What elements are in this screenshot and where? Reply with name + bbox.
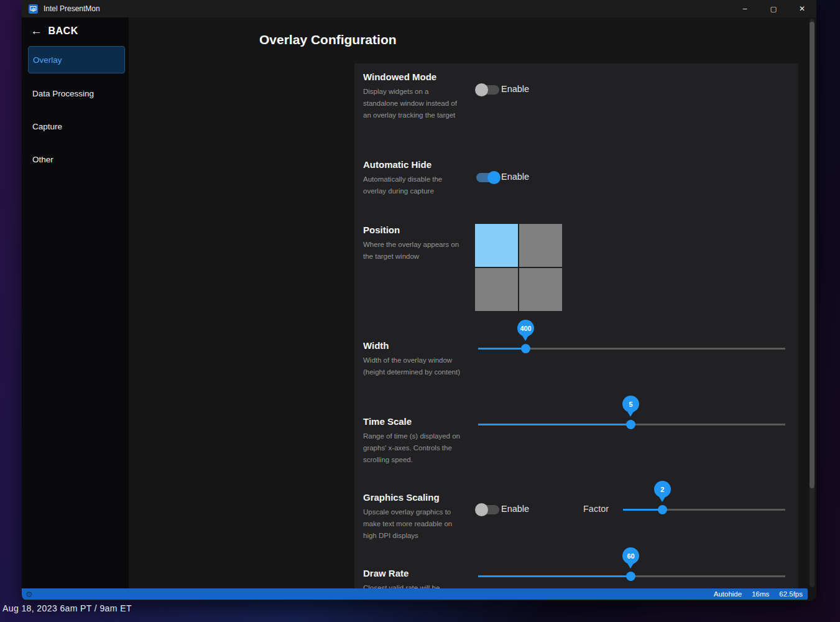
settings-card: Windowed Mode Display widgets on a stand… [354,63,798,588]
width-slider-thumb[interactable] [521,344,530,353]
page-title: Overlay Configuration [259,32,397,47]
sidebar-item-other[interactable]: Other [28,146,125,173]
windowed-mode-title: Windowed Mode [363,72,436,82]
maximize-button[interactable]: ▢ [759,0,788,17]
time-scale-value: 5 [622,396,639,412]
automatic-hide-title: Automatic Hide [363,159,432,170]
sidebar-item-capture[interactable]: Capture [28,113,125,140]
frame-time-value: 16ms [752,590,769,598]
graphics-scaling-description: Upscale overlay graphics to make text mo… [363,506,461,542]
width-description: Width of the overlay window (height dete… [363,355,461,378]
draw-rate-title: Draw Rate [363,568,408,578]
time-scale-slider[interactable]: 5 [478,420,785,429]
graphics-scaling-toggle-label: Enable [501,504,529,514]
scrollbar-thumb[interactable] [810,22,815,488]
time-scale-description: Range of time (s) displayed on graphs' x… [363,430,461,466]
position-cell-bottom-left[interactable] [475,268,518,311]
slider-fill [478,348,525,350]
back-arrow-icon: ← [30,25,43,37]
back-label: BACK [48,26,78,37]
toggle-knob [487,171,501,184]
draw-rate-value: 60 [622,547,639,564]
sidebar: ← BACK Overlay Data Processing Capture O… [22,17,129,588]
windowed-mode-description: Display widgets on a standalone window i… [363,86,461,121]
slider-fill [478,424,630,426]
draw-rate-slider-thumb[interactable] [626,572,635,581]
width-slider[interactable]: 400 [478,344,785,353]
slider-fill [623,509,662,511]
factor-value: 2 [654,481,671,498]
position-title: Position [363,225,400,235]
autohide-status: Autohide [714,590,742,598]
position-cell-bottom-right[interactable] [519,268,562,311]
draw-rate-description: Closest valid rate will be [363,582,461,588]
position-cell-top-right[interactable] [519,224,562,267]
back-button[interactable]: ← BACK [30,25,78,37]
scrollbar[interactable] [810,19,815,587]
graphics-scaling-title: Graphics Scaling [363,492,440,503]
fps-value: 62.5fps [779,590,803,598]
position-description: Where the overlay appears on the target … [363,239,461,262]
position-grid [475,224,562,311]
graphics-scaling-toggle[interactable] [476,505,499,514]
gear-icon[interactable]: ⚙ [25,590,33,598]
app-window: Intel PresentMon – ▢ ✕ ← BACK Overlay Da… [22,0,816,601]
app-icon [29,4,38,14]
slider-fill [478,575,630,578]
titlebar: Intel PresentMon – ▢ ✕ [22,0,816,17]
time-scale-title: Time Scale [363,416,412,427]
sidebar-item-overlay[interactable]: Overlay [28,46,125,73]
sidebar-item-data-processing[interactable]: Data Processing [28,80,125,107]
factor-slider-thumb[interactable] [658,505,667,514]
automatic-hide-toggle-label: Enable [501,172,529,182]
main-content: Overlay Configuration Windowed Mode Disp… [129,17,816,601]
window-title: Intel PresentMon [44,4,100,13]
automatic-hide-toggle[interactable] [476,173,499,182]
width-value: 400 [517,320,534,337]
width-title: Width [363,340,389,351]
factor-label: Factor [583,504,609,514]
toggle-knob [475,503,488,516]
draw-rate-slider[interactable]: 60 [478,572,785,580]
toggle-knob [475,83,488,96]
factor-slider[interactable]: 2 [623,505,785,514]
desktop-clock: Aug 18, 2023 6am PT / 9am ET [2,603,132,613]
minimize-button[interactable]: – [731,0,759,17]
close-button[interactable]: ✕ [788,0,816,17]
time-scale-slider-thumb[interactable] [626,420,635,429]
position-cell-top-left[interactable] [475,224,518,267]
windowed-mode-toggle[interactable] [476,85,499,95]
overlay-status-bar: ⚙ Autohide 16ms 62.5fps [22,588,808,600]
automatic-hide-description: Automatically disable the overlay during… [363,174,461,197]
windowed-mode-toggle-label: Enable [501,84,529,94]
